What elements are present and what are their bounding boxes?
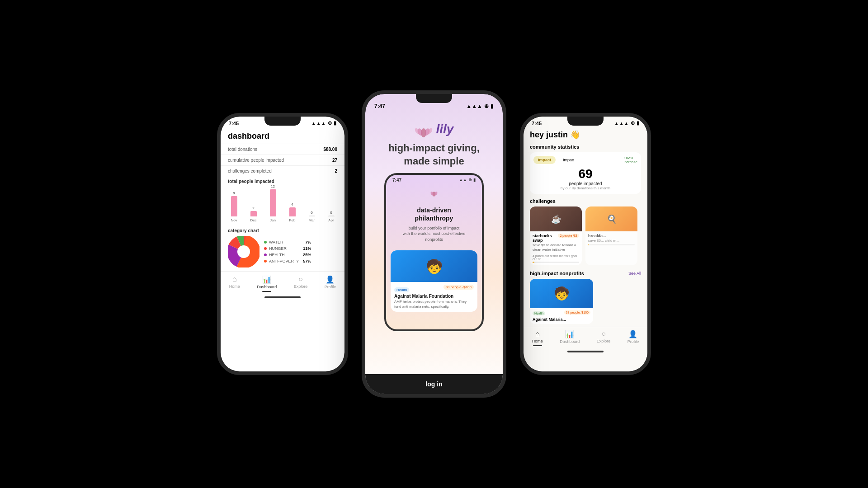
tab-impact-label: Impact [538,158,551,162]
nonprofit-name-right: Against Malaria... [533,317,590,322]
dashboard-title: dashboard [221,128,344,144]
bar-feb: 4 [285,202,299,216]
progress-fill-1 [588,244,589,245]
challenge-header-0: 2 people /$3 starbucks swap [533,234,579,243]
challenge-desc-1: save $5... child m... [588,239,635,243]
increase-sub: increase [624,160,637,164]
coffee-emoji: ☕ [551,214,561,224]
impact-number: 69 [533,167,637,181]
legend-hunger: HUNGER 11% [264,246,311,251]
explore-icon-left: ○ [298,275,303,283]
inner-health-badge: Health [394,287,409,292]
nav-dashboard-left[interactable]: 📊 Dashboard [257,275,277,292]
legend: WATER 7% HUNGER 11% HEALTH 25% [264,240,311,263]
tab-impac2[interactable]: Impac [558,156,579,164]
nav-bar-left: ⌂ Home 📊 Dashboard ○ Explore 👤 Profile [221,271,344,294]
wifi-right: ⊕ [631,120,635,126]
inner-phone-content: data-drivenphilanthropy build your portf… [386,202,482,247]
challenges-section: challenges ☕ 2 people /$3 starbucks swap [524,196,647,268]
inner-phone-status: 7:47 ▲▲ ⊕ ▮ [386,175,482,185]
inner-people-badge: 38 people /$100 [443,285,474,290]
stat-label-donations: total donations [228,147,257,152]
notch-left [264,117,301,126]
breakfast-emoji: 🍳 [607,214,617,224]
tab-impac2-label: Impac [563,158,574,162]
inner-wifi: ⊕ [468,178,472,183]
dot-health [264,253,267,256]
see-all-button[interactable]: See All [628,271,641,276]
profile-icon-left: 👤 [326,275,335,284]
bar-label-mar: Mar [305,218,319,222]
status-icons-left: ▲▲▲ ⊕ ▮ [311,120,336,126]
nonprofit-badges-right: Health 38 people /$100 [533,310,590,316]
increase-value: +82% [624,156,633,160]
wifi-icon: ⊕ [328,120,332,126]
lily-landing: 7:47 ▲▲▲ ⊕ ▮ lily [365,94,503,394]
tab-impact[interactable]: Impact [533,156,556,164]
lily-logo-area: lily [415,120,454,138]
nav-dashboard-right[interactable]: 📊 Dashboard [560,330,580,346]
challenge-people-0: 2 people /$3 [558,234,579,238]
bar-fill-jan [270,189,276,216]
legend-health: HEALTH 25% [264,253,311,257]
community-section: community statistics Impact Impac +82% [524,142,647,196]
nav-home-right[interactable]: ⌂ Home [532,330,543,346]
status-icons-right: ▲▲▲ ⊕ ▮ [614,120,639,126]
profile-icon-right: 👤 [628,330,637,338]
stat-row-challenges: challenges completed 2 [221,165,344,176]
phone-center-screen: 7:47 ▲▲▲ ⊕ ▮ lily [365,94,503,394]
legend-pct-water: 7% [305,240,311,244]
bar-fill-nov [231,196,237,216]
challenge-img-0: ☕ [530,206,582,231]
bar-val-dec: 2 [252,206,254,210]
inner-badges-row: Health 38 people /$100 [394,285,474,294]
dot-hunger [264,247,267,250]
home-indicator-left [264,296,301,298]
bar-label-feb: Feb [285,218,299,222]
stat-tabs: Impact Impac [533,156,637,164]
legend-water: WATER 7% [264,240,311,244]
community-title: community statistics [530,144,641,150]
nonprofits-cards: 🧒 Health 38 people /$100 Against Malaria… [530,279,641,324]
nav-profile-right[interactable]: 👤 Profile [627,330,639,346]
nav-label-profile-right: Profile [627,339,639,344]
challenge-name-1: breakfa... [588,234,635,238]
time-left: 7:45 [229,121,239,126]
nav-explore-right[interactable]: ○ Explore [597,330,611,346]
legend-pct-hunger: 11% [303,246,311,251]
nav-label-explore-right: Explore [597,339,611,343]
nav-explore-left[interactable]: ○ Explore [294,275,308,292]
dashboard-icon-left: 📊 [262,275,271,284]
nonprofit-card-right-0: 🧒 Health 38 people /$100 Against Malaria… [530,279,593,324]
nonprofit-card-info-0: Health 38 people /$100 Against Malaria..… [530,308,593,324]
time-center: 7:47 [374,103,385,109]
bar-val-jan: 12 [271,184,275,188]
login-button[interactable]: log in [365,374,503,394]
stat-value-donations: $88.00 [323,147,337,152]
dot-water [264,241,267,244]
stat-value-challenges: 2 [335,169,337,174]
notch-center [416,94,452,103]
impact-sublabel: by our lily donations this month [533,186,637,190]
bar-val-feb: 4 [291,202,293,206]
home-indicator-right [567,351,604,352]
bar-fill-feb [289,207,296,216]
nav-profile-left[interactable]: 👤 Profile [325,275,336,292]
pie-svg [228,236,259,267]
legend-label-hunger: HUNGER [269,246,299,251]
challenge-info-0: 2 people /$3 starbucks swap save $3 to d… [530,231,582,265]
nav-label-dashboard-left: Dashboard [257,285,277,289]
wifi-icon-center: ⊕ [484,103,489,109]
nav-home-left[interactable]: ⌂ Home [229,275,240,292]
nonprofits-title: high-impact nonprofits [530,271,584,276]
pie-chart [228,236,259,267]
inner-lotus-icon [429,187,439,197]
challenge-card-0: ☕ 2 people /$3 starbucks swap save $3 to… [530,206,582,265]
nonprofit-img-right-0: 🧒 [530,279,593,308]
signal-right: ▲▲▲ [614,121,629,126]
inner-nonprofit-card: 🧒 Health 38 people /$100 Against Malaria… [391,250,477,312]
legend-label-health: HEALTH [269,253,299,257]
bar-fill-mar [309,216,315,216]
progress-bg-1 [588,244,635,245]
dot-antipoverty [264,260,267,263]
